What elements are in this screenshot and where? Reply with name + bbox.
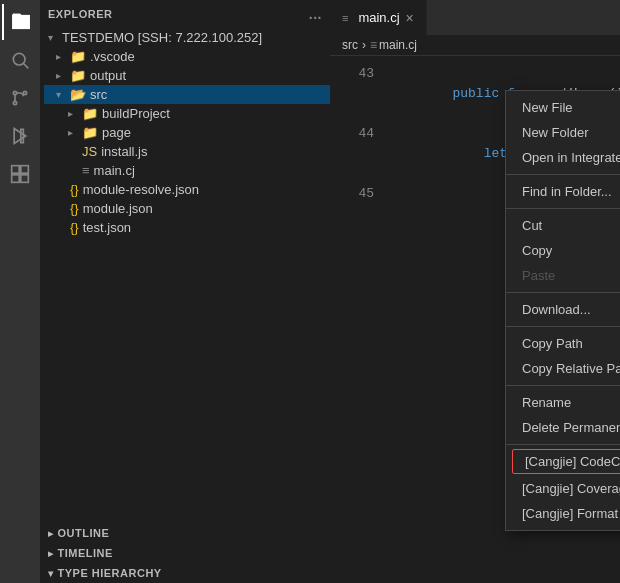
line-num-43: 43 xyxy=(346,64,374,124)
context-menu: New File New Folder Open in Integrated T… xyxy=(505,90,620,531)
page-folder-icon: 📁 xyxy=(82,125,98,140)
breadcrumb-file[interactable]: main.cj xyxy=(379,38,417,52)
menu-delete[interactable]: Delete Permanently Delete xyxy=(506,415,620,440)
breadcrumb: src › ≡ main.cj xyxy=(330,35,620,56)
menu-new-folder-label: New Folder xyxy=(522,125,588,140)
root-arrow-icon: ▾ xyxy=(48,32,62,43)
type-hierarchy-section[interactable]: ▾ TYPE HIERARCHY xyxy=(40,563,330,583)
menu-open-terminal[interactable]: Open in Integrated Terminal xyxy=(506,145,620,170)
menu-copy-relative-path[interactable]: Copy Relative Path Ctrl+K Ctrl+Shift+C xyxy=(506,356,620,381)
menu-copy-path-label: Copy Path xyxy=(522,336,583,351)
src-folder-icon: 📂 xyxy=(70,87,86,102)
menu-new-folder[interactable]: New Folder xyxy=(506,120,620,145)
menu-download[interactable]: Download... xyxy=(506,297,620,322)
svg-rect-9 xyxy=(21,166,29,174)
extensions-icon[interactable] xyxy=(2,156,38,192)
menu-open-terminal-label: Open in Integrated Terminal xyxy=(522,150,620,165)
tree-item-module-json[interactable]: ▸ {} module.json xyxy=(44,199,330,218)
explorer-header-actions: ... xyxy=(309,6,322,22)
tree-item-installjs[interactable]: ▸ JS install.js xyxy=(44,142,330,161)
menu-delete-label: Delete Permanently xyxy=(522,420,620,435)
outline-section[interactable]: ▸ OUTLINE xyxy=(40,523,330,543)
svg-rect-11 xyxy=(21,175,29,183)
breadcrumb-separator: › xyxy=(362,38,366,52)
menu-coverage-label: [Cangjie] Coverage xyxy=(522,481,620,496)
menu-cut-label: Cut xyxy=(522,218,542,233)
tree-item-testjson[interactable]: ▸ {} test.json xyxy=(44,218,330,237)
tabs-bar: ≡ main.cj × xyxy=(330,0,620,35)
modjson-file-icon: {} xyxy=(70,201,79,216)
menu-rename[interactable]: Rename F2 xyxy=(506,390,620,415)
menu-copy-path[interactable]: Copy Path Shift+Alt+C xyxy=(506,331,620,356)
menu-copy-label: Copy xyxy=(522,243,552,258)
source-control-icon[interactable] xyxy=(2,80,38,116)
build-folder-icon: 📁 xyxy=(82,106,98,121)
tree-item-output[interactable]: ▸ 📁 output xyxy=(44,66,330,85)
modresolve-label: module-resolve.json xyxy=(83,182,199,197)
files-icon[interactable] xyxy=(2,4,38,40)
menu-rename-label: Rename xyxy=(522,395,571,410)
menu-cut[interactable]: Cut Ctrl+X xyxy=(506,213,620,238)
type-hierarchy-arrow-icon: ▾ xyxy=(48,568,54,579)
menu-paste: Paste Ctrl+V xyxy=(506,263,620,288)
menu-new-file-label: New File xyxy=(522,100,573,115)
separator-3 xyxy=(506,292,620,293)
vscode-arrow-icon: ▸ xyxy=(56,51,70,62)
tab-maincj[interactable]: ≡ main.cj × xyxy=(330,0,427,35)
menu-format-label: [Cangjie] Format xyxy=(522,506,618,521)
explorer-more-icon[interactable]: ... xyxy=(309,6,322,22)
tree-item-module-resolve[interactable]: ▸ {} module-resolve.json xyxy=(44,180,330,199)
maincj-label: main.cj xyxy=(94,163,135,178)
separator-5 xyxy=(506,385,620,386)
src-label: src xyxy=(90,87,107,102)
modjson-label: module.json xyxy=(83,201,153,216)
breadcrumb-icon: ≡ xyxy=(370,38,377,52)
tree-item-vscode[interactable]: ▸ 📁 .vscode xyxy=(44,47,330,66)
separator-6 xyxy=(506,444,620,445)
tree-item-src[interactable]: ▾ 📂 src xyxy=(44,85,330,104)
menu-find-folder-label: Find in Folder... xyxy=(522,184,612,199)
menu-copy-relative-path-label: Copy Relative Path xyxy=(522,361,620,376)
menu-find-folder[interactable]: Find in Folder... Shift+Alt+F xyxy=(506,179,620,204)
run-icon[interactable] xyxy=(2,118,38,154)
explorer-title: Explorer xyxy=(48,8,113,20)
svg-point-3 xyxy=(13,91,16,94)
menu-new-file[interactable]: New File xyxy=(506,95,620,120)
page-arrow-icon: ▸ xyxy=(68,127,82,138)
output-folder-icon: 📁 xyxy=(70,68,86,83)
search-icon[interactable] xyxy=(2,42,38,78)
tab-file-icon: ≡ xyxy=(342,12,348,24)
menu-paste-label: Paste xyxy=(522,268,555,283)
timeline-label: TIMELINE xyxy=(58,547,113,559)
explorer-header: Explorer ... xyxy=(40,0,330,28)
tree-item-page[interactable]: ▸ 📁 page xyxy=(44,123,330,142)
tree-item-maincj[interactable]: ▸ ≡ main.cj xyxy=(44,161,330,180)
src-arrow-icon: ▾ xyxy=(56,89,70,100)
tab-label: main.cj xyxy=(358,10,399,25)
tree-root[interactable]: ▾ TESTDEMO [SSH: 7.222.100.252] xyxy=(44,28,330,47)
type-hierarchy-label: TYPE HIERARCHY xyxy=(58,567,162,579)
tree-item-buildproject[interactable]: ▸ 📁 buildProject xyxy=(44,104,330,123)
svg-rect-10 xyxy=(12,175,20,183)
tab-close-icon[interactable]: × xyxy=(406,10,414,26)
menu-codecheck-label: [Cangjie] CodeCheck xyxy=(525,454,620,469)
menu-copy[interactable]: Copy Ctrl+C xyxy=(506,238,620,263)
svg-rect-8 xyxy=(12,166,20,174)
main-editor-area: ≡ main.cj × src › ≡ main.cj 43 public fu… xyxy=(330,0,620,583)
vscode-folder-icon: 📁 xyxy=(70,49,86,64)
menu-format[interactable]: [Cangjie] Format xyxy=(506,501,620,526)
menu-coverage[interactable]: [Cangjie] Coverage xyxy=(506,476,620,501)
testjson-file-icon: {} xyxy=(70,220,79,235)
breadcrumb-src[interactable]: src xyxy=(342,38,358,52)
separator-4 xyxy=(506,326,620,327)
svg-point-1 xyxy=(13,53,25,65)
file-tree: ▾ TESTDEMO [SSH: 7.222.100.252] ▸ 📁 .vsc… xyxy=(40,28,330,237)
outline-arrow-icon: ▸ xyxy=(48,528,54,539)
root-label: TESTDEMO [SSH: 7.222.100.252] xyxy=(62,30,262,45)
line-num-45: 45 xyxy=(346,184,374,244)
timeline-arrow-icon: ▸ xyxy=(48,548,54,559)
line-num-44: 44 xyxy=(346,124,374,184)
timeline-section[interactable]: ▸ TIMELINE xyxy=(40,543,330,563)
menu-codecheck[interactable]: [Cangjie] CodeCheck xyxy=(512,449,620,474)
output-label: output xyxy=(90,68,126,83)
